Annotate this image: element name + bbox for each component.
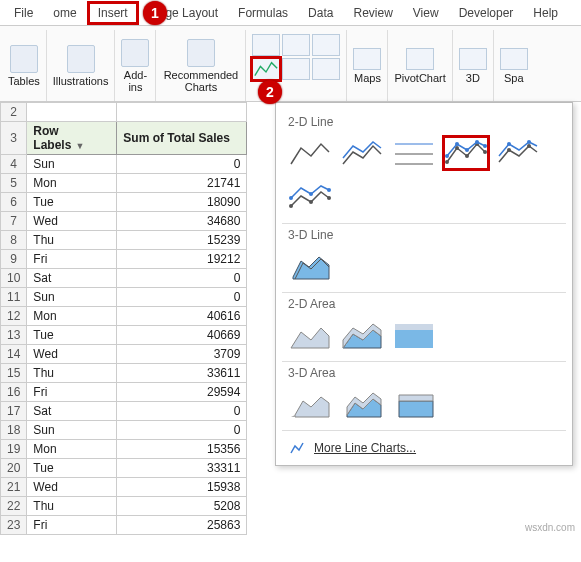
chart-type-combo-icon[interactable]	[312, 58, 340, 80]
row-header[interactable]: 4	[1, 155, 27, 174]
cell[interactable]: 0	[117, 421, 247, 440]
line-chart-markers[interactable]	[442, 135, 490, 171]
cell[interactable]: 15938	[117, 478, 247, 497]
area-chart-100stacked[interactable]	[390, 317, 438, 353]
row-header[interactable]: 15	[1, 364, 27, 383]
tab-data[interactable]: Data	[298, 2, 343, 24]
cell[interactable]: Tue	[27, 193, 117, 212]
row-header[interactable]: 10	[1, 269, 27, 288]
cell[interactable]	[117, 103, 247, 122]
cell[interactable]: 19212	[117, 250, 247, 269]
cell[interactable]: 25863	[117, 516, 247, 535]
cell[interactable]: 5208	[117, 497, 247, 516]
cell[interactable]: Fri	[27, 516, 117, 535]
cell[interactable]	[27, 103, 117, 122]
group-3d[interactable]: 3D	[453, 30, 494, 101]
cell[interactable]: Wed	[27, 212, 117, 231]
chart-type-hierarchy-icon[interactable]	[282, 34, 310, 56]
cell[interactable]: Mon	[27, 440, 117, 459]
line3d-chart[interactable]	[286, 248, 334, 284]
cell[interactable]: 34680	[117, 212, 247, 231]
cell[interactable]: Sat	[27, 402, 117, 421]
tab-home[interactable]: ome	[43, 2, 86, 24]
cell[interactable]: 0	[117, 269, 247, 288]
row-header[interactable]: 22	[1, 497, 27, 516]
row-header[interactable]: 17	[1, 402, 27, 421]
line-chart-basic[interactable]	[286, 135, 334, 171]
pivot-rowlabels-header[interactable]: Row Labels▼	[27, 122, 117, 155]
area3d-chart-100stacked[interactable]	[390, 386, 438, 422]
cell[interactable]: 3709	[117, 345, 247, 364]
chart-type-line-icon[interactable]	[252, 58, 280, 80]
group-tables[interactable]: Tables	[2, 30, 47, 101]
row-header[interactable]: 19	[1, 440, 27, 459]
line-chart-100stacked[interactable]	[390, 135, 438, 171]
row-header[interactable]: 8	[1, 231, 27, 250]
cell[interactable]: 21741	[117, 174, 247, 193]
cell[interactable]: Thu	[27, 364, 117, 383]
area3d-chart-stacked[interactable]	[338, 386, 386, 422]
tab-view[interactable]: View	[403, 2, 449, 24]
tab-file[interactable]: File	[4, 2, 43, 24]
area3d-chart-basic[interactable]	[286, 386, 334, 422]
spreadsheet[interactable]: 23Row Labels▼Sum of Total Sales4Sun05Mon…	[0, 102, 247, 535]
cell[interactable]: Tue	[27, 459, 117, 478]
tab-developer[interactable]: Developer	[449, 2, 524, 24]
line-chart-stacked[interactable]	[338, 135, 386, 171]
cell[interactable]: 0	[117, 155, 247, 174]
group-maps[interactable]: Maps	[347, 30, 388, 101]
row-header[interactable]: 21	[1, 478, 27, 497]
cell[interactable]: Thu	[27, 497, 117, 516]
cell[interactable]: 18090	[117, 193, 247, 212]
area-chart-stacked[interactable]	[338, 317, 386, 353]
pivot-values-header[interactable]: Sum of Total Sales	[117, 122, 247, 155]
cell[interactable]: Sun	[27, 288, 117, 307]
line-chart-100stacked-markers[interactable]	[286, 179, 334, 215]
row-header[interactable]: 7	[1, 212, 27, 231]
row-header[interactable]: 11	[1, 288, 27, 307]
cell[interactable]: 15356	[117, 440, 247, 459]
area-chart-basic[interactable]	[286, 317, 334, 353]
cell[interactable]: Tue	[27, 326, 117, 345]
row-header[interactable]: 6	[1, 193, 27, 212]
cell[interactable]: 29594	[117, 383, 247, 402]
row-header[interactable]: 23	[1, 516, 27, 535]
group-sparklines[interactable]: Spa	[494, 30, 534, 101]
row-header[interactable]: 12	[1, 307, 27, 326]
chart-type-waterfall-icon[interactable]	[312, 34, 340, 56]
cell[interactable]: Thu	[27, 231, 117, 250]
cell[interactable]: Fri	[27, 250, 117, 269]
row-header[interactable]: 5	[1, 174, 27, 193]
group-illustrations[interactable]: Illustrations	[47, 30, 116, 101]
tab-help[interactable]: Help	[523, 2, 568, 24]
more-line-charts[interactable]: More Line Charts...	[286, 435, 562, 461]
cell[interactable]: 0	[117, 402, 247, 421]
cell[interactable]: Sun	[27, 155, 117, 174]
line-chart-stacked-markers[interactable]	[494, 135, 542, 171]
row-header[interactable]: 3	[1, 122, 27, 155]
cell[interactable]: Wed	[27, 345, 117, 364]
cell[interactable]: 33311	[117, 459, 247, 478]
row-header[interactable]: 20	[1, 459, 27, 478]
group-recommended-charts[interactable]: Recommended Charts	[156, 30, 246, 101]
cell[interactable]: Wed	[27, 478, 117, 497]
cell[interactable]: 0	[117, 288, 247, 307]
cell[interactable]: Mon	[27, 174, 117, 193]
chart-type-column-icon[interactable]	[252, 34, 280, 56]
tab-formulas[interactable]: Formulas	[228, 2, 298, 24]
cell[interactable]: 33611	[117, 364, 247, 383]
cell[interactable]: Sun	[27, 421, 117, 440]
row-header[interactable]: 9	[1, 250, 27, 269]
cell[interactable]: 15239	[117, 231, 247, 250]
group-addins[interactable]: Add- ins	[115, 30, 156, 101]
cell[interactable]: Fri	[27, 383, 117, 402]
row-header[interactable]: 13	[1, 326, 27, 345]
cell[interactable]: Mon	[27, 307, 117, 326]
cell[interactable]: 40616	[117, 307, 247, 326]
row-header[interactable]: 16	[1, 383, 27, 402]
cell[interactable]: 40669	[117, 326, 247, 345]
row-header[interactable]: 18	[1, 421, 27, 440]
chart-type-statistic-icon[interactable]	[282, 58, 310, 80]
cell[interactable]: Sat	[27, 269, 117, 288]
tab-review[interactable]: Review	[343, 2, 402, 24]
